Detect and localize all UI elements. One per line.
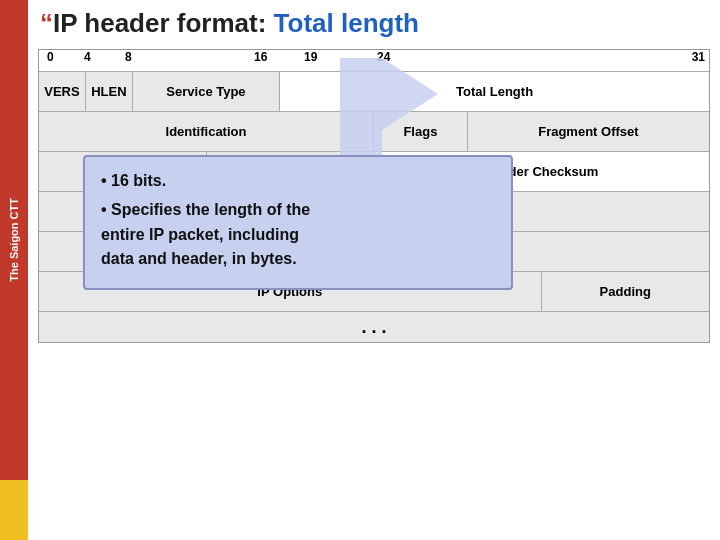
- title-highlight: Total length: [274, 8, 419, 38]
- title-prefix: IP header format:: [53, 8, 266, 38]
- title-quote: “: [40, 8, 53, 38]
- bit-19: 19: [304, 50, 317, 64]
- cell-vers: VERS: [39, 72, 86, 111]
- bit-31: 31: [692, 50, 705, 64]
- callout-item-1: 16 bits.: [101, 169, 495, 194]
- callout-item-2: Specifies the length of theentire IP pac…: [101, 198, 495, 272]
- bit-8: 8: [125, 50, 132, 64]
- cell-padding: Padding: [542, 272, 710, 311]
- sidebar: The Saigon CTT: [0, 0, 28, 540]
- bit-0: 0: [47, 50, 54, 64]
- callout-box: 16 bits. Specifies the length of theenti…: [83, 155, 513, 290]
- sidebar-bottom: [0, 480, 28, 540]
- cell-fragment-offset: Fragment Offset: [468, 112, 709, 151]
- table-row: . . .: [39, 312, 709, 342]
- cell-dots: . . .: [39, 312, 709, 342]
- sidebar-top: The Saigon CTT: [0, 0, 28, 480]
- cell-service-type: Service Type: [133, 72, 280, 111]
- callout-list: 16 bits. Specifies the length of theenti…: [101, 169, 495, 272]
- page-title: “IP header format: Total length: [28, 0, 720, 45]
- cell-hlen: HLEN: [86, 72, 133, 111]
- bit-4: 4: [84, 50, 91, 64]
- main-content: “IP header format: Total length 0 4 8 16…: [28, 0, 720, 540]
- sidebar-label: The Saigon CTT: [8, 198, 20, 282]
- cell-identification: Identification: [39, 112, 374, 151]
- bit-16: 16: [254, 50, 267, 64]
